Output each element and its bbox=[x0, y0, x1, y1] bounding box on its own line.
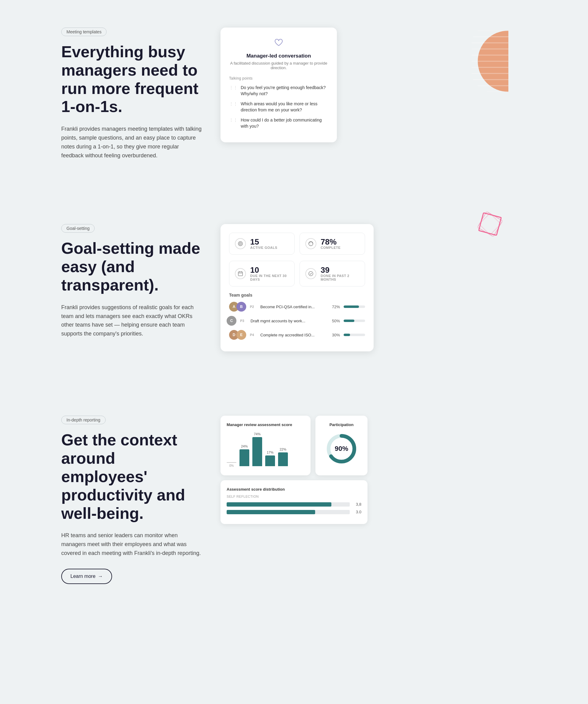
goal-1-bar-track bbox=[343, 305, 365, 308]
goals-dashboard: 15 ACTIVE GOALS 78% COMPLETE bbox=[220, 224, 374, 351]
svg-rect-20 bbox=[238, 272, 243, 276]
drag-icon-1: ⋮⋮ bbox=[229, 85, 238, 90]
drag-icon-2: ⋮⋮ bbox=[229, 101, 238, 106]
stat-due-soon-info: 10 DUE IN THE NEXT 30 DAYS bbox=[250, 266, 289, 281]
goal-3-bar-track bbox=[343, 334, 365, 336]
stat-complete-info: 78% COMPLETE bbox=[321, 238, 340, 249]
goal-3-avatars: D E bbox=[229, 330, 246, 340]
score-sublabel: SELF REFLECTION bbox=[227, 494, 361, 498]
reporting-left-content: In-depth reporting Get the context aroun… bbox=[61, 413, 220, 584]
goal-3-bar-fill bbox=[343, 334, 350, 336]
orange-decoration bbox=[472, 31, 509, 92]
reporting-tag: In-depth reporting bbox=[61, 416, 106, 424]
learn-more-button[interactable]: Learn more → bbox=[61, 569, 112, 584]
bar-chart-title: Manager review assessment score bbox=[227, 422, 305, 427]
stats-row-1: 15 ACTIVE GOALS 78% COMPLETE bbox=[229, 233, 365, 255]
goal-2-priority: P3 bbox=[240, 319, 247, 322]
talking-point-2: ⋮⋮ Which areas would you like more or le… bbox=[229, 101, 328, 113]
tp-text-1: Do you feel you're getting enough feedba… bbox=[241, 85, 328, 97]
section-meeting-templates: Meeting templates Everything busy manage… bbox=[0, 0, 588, 196]
bar-group-2: 74% bbox=[252, 432, 262, 467]
meeting-body: Frankli provides managers meeting templa… bbox=[61, 125, 202, 160]
goals-right-visual: 15 ACTIVE GOALS 78% COMPLETE bbox=[220, 221, 527, 351]
stat-active-goals-info: 15 ACTIVE GOALS bbox=[250, 238, 277, 249]
goals-heading: Goal-setting made easy (and transparent)… bbox=[61, 239, 202, 294]
score-bar-row-2: 3.0 bbox=[227, 510, 361, 514]
meeting-left-content: Meeting templates Everything busy manage… bbox=[61, 24, 220, 160]
goal-1-text: Become PCI-QSA certified in... bbox=[260, 304, 325, 309]
score-value-2: 3.0 bbox=[353, 510, 361, 514]
bar-group-0: 0% bbox=[227, 461, 236, 467]
due-soon-label: DUE IN THE NEXT 30 DAYS bbox=[250, 274, 289, 281]
score-value-1: 3,8 bbox=[353, 502, 361, 507]
goal-1-priority: P2 bbox=[250, 305, 257, 308]
participation-title: Participation bbox=[329, 422, 354, 427]
stats-row-2: 10 DUE IN THE NEXT 30 DAYS 39 DONE IN PA… bbox=[229, 261, 365, 287]
bar-rect-0 bbox=[227, 462, 236, 463]
report-top-row: Manager review assessment score 0% 24% bbox=[220, 416, 368, 475]
bar-rect-3 bbox=[265, 456, 275, 466]
complete-label: COMPLETE bbox=[321, 246, 340, 249]
stat-done: 39 DONE IN PAST 2 MONTHS bbox=[300, 261, 365, 287]
reporting-heading: Get the context around employees' produc… bbox=[61, 431, 202, 523]
goal-2-bar-track bbox=[343, 319, 365, 322]
due-soon-number: 10 bbox=[250, 266, 289, 274]
goal-2-avatars: C bbox=[229, 316, 236, 326]
bar-val-3: 17% bbox=[267, 451, 273, 454]
stat-complete: 78% COMPLETE bbox=[300, 233, 365, 255]
goal-2-text: Draft mgmt accounts by work... bbox=[251, 318, 325, 323]
card-subtitle: A facilitated discussion guided by a man… bbox=[229, 61, 328, 70]
bar-rect-2 bbox=[252, 437, 262, 466]
stat-done-info: 39 DONE IN PAST 2 MONTHS bbox=[321, 266, 359, 281]
learn-more-label: Learn more bbox=[70, 574, 96, 579]
drag-icon-3: ⋮⋮ bbox=[229, 118, 238, 122]
goal-3-priority: P4 bbox=[250, 333, 257, 337]
score-bar-row-1: 3,8 bbox=[227, 502, 361, 507]
section-goal-setting: Goal-setting Goal-setting made easy (and… bbox=[0, 196, 588, 388]
score-bar-fill-2 bbox=[227, 510, 315, 514]
goal-row-1: A B P2 Become PCI-QSA certified in... 72… bbox=[229, 302, 365, 311]
donut-chart-card: Participation 90% bbox=[315, 416, 368, 475]
svg-point-24 bbox=[309, 272, 313, 276]
complete-number: 78% bbox=[321, 238, 340, 246]
goal-1-pct: 72% bbox=[328, 304, 340, 309]
bar-pct-0: 0% bbox=[229, 464, 234, 467]
section-reporting: In-depth reporting Get the context aroun… bbox=[0, 388, 588, 621]
stat-due-soon: 10 DUE IN THE NEXT 30 DAYS bbox=[229, 261, 295, 287]
tp-text-2: Which areas would you like more or less … bbox=[241, 101, 328, 113]
score-dist-title: Assessment score distribution bbox=[227, 487, 361, 491]
bar-chart: 0% 24% 74% 17% bbox=[227, 432, 305, 469]
reporting-body: HR teams and senior leaders can monitor … bbox=[61, 531, 202, 558]
bar-group-1: 24% bbox=[239, 445, 249, 467]
meeting-card: Manager-led conversation A facilitated d… bbox=[220, 27, 337, 142]
heart-icon bbox=[229, 37, 328, 49]
goals-left-content: Goal-setting Goal-setting made easy (and… bbox=[61, 221, 220, 338]
card-title: Manager-led conversation bbox=[229, 53, 328, 59]
avatar-2a: C bbox=[227, 316, 236, 326]
meeting-heading: Everything busy managers need to run mor… bbox=[61, 43, 202, 116]
donut-label: 90% bbox=[335, 445, 348, 453]
target-icon bbox=[235, 238, 246, 249]
reporting-dashboard: Manager review assessment score 0% 24% bbox=[220, 416, 368, 524]
score-bar-fill-1 bbox=[227, 502, 331, 507]
reporting-right-visual: Manager review assessment score 0% 24% bbox=[220, 413, 527, 524]
avatar-1b: B bbox=[236, 302, 246, 311]
team-goals-label: Team goals bbox=[229, 293, 365, 297]
goal-2-bar-fill bbox=[343, 319, 354, 322]
svg-rect-13 bbox=[478, 212, 502, 236]
goal-2-pct: 50% bbox=[328, 318, 340, 323]
bar-chart-card: Manager review assessment score 0% 24% bbox=[220, 416, 311, 475]
score-bar-track-1 bbox=[227, 502, 350, 507]
goal-3-pct: 30% bbox=[328, 333, 340, 337]
svg-point-17 bbox=[240, 243, 241, 244]
avatar-3b: E bbox=[236, 330, 246, 340]
calendar-icon bbox=[235, 268, 246, 279]
goals-tag: Goal-setting bbox=[61, 224, 95, 233]
goals-body: Frankli provides suggestions of realisti… bbox=[61, 303, 202, 338]
bar-val-1: 24% bbox=[241, 445, 248, 448]
pink-decoration bbox=[478, 212, 502, 236]
donut-chart: 90% bbox=[325, 432, 358, 466]
score-distribution-card: Assessment score distribution SELF REFLE… bbox=[220, 480, 368, 524]
tp-text-3: How could I do a better job communicatin… bbox=[241, 117, 328, 129]
talking-point-3: ⋮⋮ How could I do a better job communica… bbox=[229, 117, 328, 129]
